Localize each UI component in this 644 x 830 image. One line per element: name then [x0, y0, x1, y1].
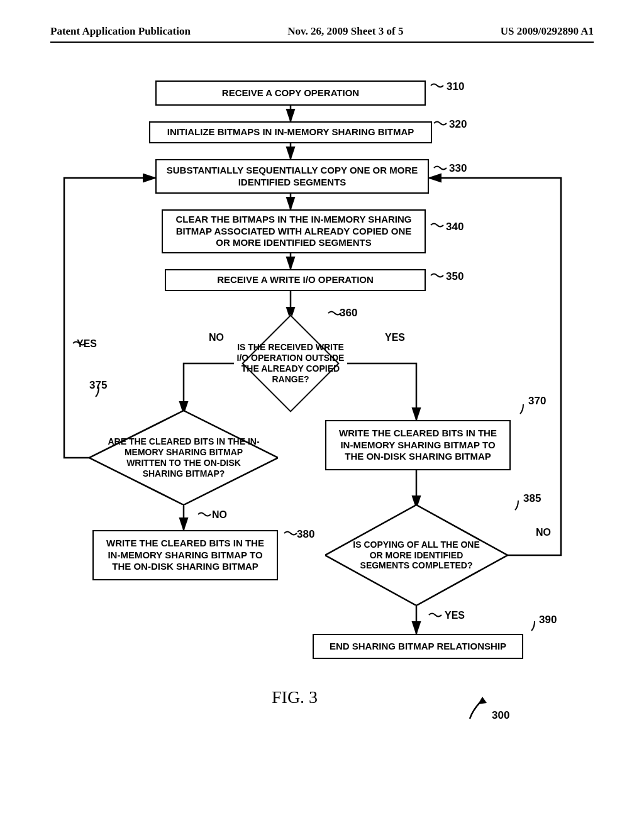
step-320: INITIALIZE BITMAPS IN IN-MEMORY SHARING …	[149, 121, 432, 143]
decision-385: IS COPYING OF ALL THE ONE OR MORE IDENTI…	[325, 505, 508, 606]
figure-label: FIG. 3	[272, 687, 318, 707]
label-yes-360: YES	[385, 332, 405, 343]
label-no-360: NO	[209, 332, 224, 343]
step-310-text: RECEIVE A COPY OPERATION	[222, 87, 359, 99]
step-370: WRITE THE CLEARED BITS IN THE IN-MEMORY …	[325, 420, 511, 470]
step-310: RECEIVE A COPY OPERATION	[155, 80, 426, 106]
step-350: RECEIVE A WRITE I/O OPERATION	[165, 269, 426, 291]
step-390: END SHARING BITMAP RELATIONSHIP	[313, 634, 523, 659]
label-yes-385: YES	[445, 610, 465, 621]
label-no-375: NO	[212, 509, 227, 521]
ref-380: 380	[297, 528, 314, 541]
decision-385-text: IS COPYING OF ALL THE ONE OR MORE IDENTI…	[350, 540, 482, 571]
step-380-text: WRITE THE CLEARED BITS IN THE IN-MEMORY …	[100, 538, 270, 573]
step-380: WRITE THE CLEARED BITS IN THE IN-MEMORY …	[92, 530, 278, 580]
decision-375: ARE THE CLEARED BITS IN THE IN-MEMORY SH…	[89, 411, 278, 505]
step-340: CLEAR THE BITMAPS IN THE IN-MEMORY SHARI…	[162, 209, 426, 253]
label-no-385: NO	[536, 527, 551, 538]
header-center: Nov. 26, 2009 Sheet 3 of 5	[287, 25, 403, 38]
step-320-text: INITIALIZE BITMAPS IN IN-MEMORY SHARING …	[167, 126, 414, 138]
ref-310: 310	[447, 80, 464, 93]
header-right: US 2009/0292890 A1	[501, 25, 594, 38]
step-390-text: END SHARING BITMAP RELATIONSHIP	[330, 641, 506, 653]
step-340-text: CLEAR THE BITMAPS IN THE IN-MEMORY SHARI…	[169, 214, 418, 249]
ref-370: 370	[528, 395, 546, 407]
flowchart: RECEIVE A COPY OPERATION 310 INITIALIZE …	[52, 68, 592, 728]
ref-390: 390	[539, 614, 557, 626]
step-330-text: SUBSTANTIALLY SEQUENTIALLY COPY ONE OR M…	[163, 165, 421, 189]
ref-375: 375	[89, 379, 107, 392]
step-350-text: RECEIVE A WRITE I/O OPERATION	[217, 274, 374, 286]
decision-360-text: IS THE RECEIVED WRITE I/O OPERATION OUTS…	[234, 342, 347, 384]
step-370-text: WRITE THE CLEARED BITS IN THE IN-MEMORY …	[333, 428, 503, 463]
ref-330: 330	[449, 162, 467, 175]
decision-375-text: ARE THE CLEARED BITS IN THE IN-MEMORY SH…	[105, 436, 262, 479]
ref-340: 340	[446, 221, 464, 233]
label-yes-375: YES	[77, 338, 97, 350]
ref-385: 385	[523, 492, 541, 505]
decision-360: IS THE RECEIVED WRITE I/O OPERATION OUTS…	[234, 319, 347, 407]
step-330: SUBSTANTIALLY SEQUENTIALLY COPY ONE OR M…	[155, 159, 429, 194]
page-header: Patent Application Publication Nov. 26, …	[50, 25, 594, 43]
ref-360: 360	[340, 307, 357, 319]
ref-320: 320	[449, 118, 467, 131]
svg-marker-8	[478, 697, 487, 704]
ref-300: 300	[492, 709, 509, 722]
header-left: Patent Application Publication	[50, 25, 191, 38]
ref-350: 350	[446, 270, 464, 283]
